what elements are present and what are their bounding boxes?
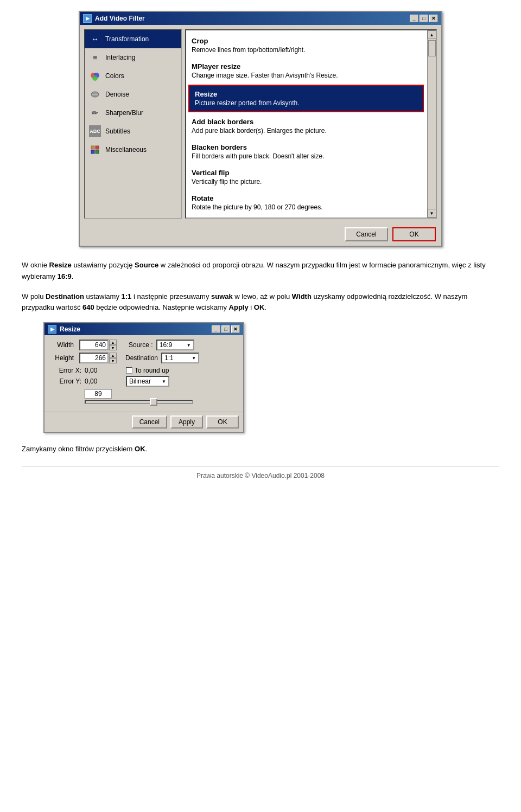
bold-169: 16:9 bbox=[58, 272, 72, 280]
width-spin-down[interactable]: ▼ bbox=[109, 345, 117, 350]
source-arrow-icon: ▼ bbox=[187, 343, 191, 348]
sidebar-item-colors[interactable]: Colors bbox=[85, 67, 181, 85]
dialog-body: ↔ Transformation ≡ Interlacing bbox=[80, 25, 441, 223]
filter-entry-resize[interactable]: Resize Picture resizer ported from Avisy… bbox=[188, 85, 424, 112]
source-dropdown[interactable]: 16:9 ▼ bbox=[156, 340, 194, 350]
svg-rect-6 bbox=[96, 146, 99, 149]
filter-entry-vertical-flip[interactable]: Vertical flip Vertically flip the pictur… bbox=[186, 164, 426, 190]
resize-ok-button[interactable]: OK bbox=[206, 415, 239, 429]
filter-entry-rotate[interactable]: Rotate Rotate the picture by 90, 180 or … bbox=[186, 190, 426, 215]
sidebar-item-denoise[interactable]: Denoise bbox=[85, 85, 181, 104]
bold-ok-2: OK bbox=[254, 303, 265, 311]
width-input[interactable] bbox=[79, 340, 109, 350]
sidebar-item-miscellaneous[interactable]: Miscellaneous bbox=[85, 140, 181, 159]
bold-destination: Destination bbox=[46, 292, 84, 300]
filter-entry-crop[interactable]: Crop Remove lines from top/bottom/left/r… bbox=[186, 33, 426, 58]
sidebar-item-subtitles[interactable]: ABC Subtitles bbox=[85, 122, 181, 140]
bold-1-1: 1:1 bbox=[122, 292, 132, 300]
resize-titlebar-left: ▶ Resize bbox=[48, 325, 80, 334]
bilinear-dropdown[interactable]: Bilinear ▼ bbox=[126, 376, 169, 387]
bilinear-value: Bilinear bbox=[129, 378, 151, 385]
error-x-row: Error X: 0,00 To round up bbox=[49, 367, 239, 374]
resize-close-button[interactable]: ✕ bbox=[231, 325, 240, 333]
error-y-label: Error Y: bbox=[49, 378, 81, 385]
resize-apply-button[interactable]: Apply bbox=[170, 415, 203, 429]
error-y-value: 0,00 bbox=[85, 378, 112, 385]
filter-crop-title: Crop bbox=[192, 37, 421, 45]
round-up-checkbox[interactable] bbox=[126, 367, 132, 374]
filter-rotate-title: Rotate bbox=[192, 194, 421, 202]
height-spin-down[interactable]: ▼ bbox=[109, 358, 117, 363]
sharpen-icon: ✏ bbox=[89, 107, 101, 119]
resize-dialog: ▶ Resize _ □ ✕ Width ▲ ▼ Source bbox=[43, 322, 244, 433]
interlacing-label: Interlacing bbox=[105, 54, 135, 61]
transformation-icon: ↔ bbox=[89, 33, 101, 45]
sharpen-label: Sharpen/Blur bbox=[105, 109, 143, 117]
dialog-title-icon: ▶ bbox=[83, 14, 92, 23]
body-paragraph-1: W oknie Resize ustawiamy pozycję Source … bbox=[22, 260, 499, 283]
height-row: Height ▲ ▼ Destination 1:1 ▼ bbox=[49, 353, 239, 363]
scroll-down-button[interactable]: ▼ bbox=[428, 209, 436, 218]
sidebar-item-interlacing[interactable]: ≡ Interlacing bbox=[85, 48, 181, 67]
filter-vflip-title: Vertical flip bbox=[192, 169, 421, 177]
filter-entry-mplayer-resize[interactable]: MPlayer resize Change image size. Faster… bbox=[186, 58, 426, 84]
filter-content-area[interactable]: Crop Remove lines from top/bottom/left/r… bbox=[185, 29, 437, 219]
scroll-thumb[interactable] bbox=[428, 40, 436, 56]
destination-label: Destination bbox=[122, 354, 158, 362]
destination-value: 1:1 bbox=[164, 354, 174, 362]
slider-value-display: 89 bbox=[85, 389, 112, 399]
ok-button[interactable]: OK bbox=[392, 227, 436, 241]
sidebar-item-transformation[interactable]: ↔ Transformation bbox=[85, 30, 181, 48]
slider-value-row: 89 bbox=[85, 389, 239, 399]
error-x-value: 0,00 bbox=[85, 367, 112, 374]
resize-body: Width ▲ ▼ Source : 16:9 ▼ Height bbox=[45, 335, 243, 412]
transformation-label: Transformation bbox=[105, 35, 149, 43]
maximize-button[interactable]: □ bbox=[420, 15, 428, 22]
svg-rect-7 bbox=[91, 150, 94, 154]
svg-rect-8 bbox=[96, 150, 99, 154]
error-x-label: Error X: bbox=[49, 367, 81, 374]
scrollbar[interactable]: ▲ ▼ bbox=[427, 30, 436, 218]
filter-mplayer-desc: Change image size. Faster than Avisynth'… bbox=[192, 72, 421, 79]
dialog-footer: Cancel OK bbox=[80, 223, 441, 246]
cancel-button[interactable]: Cancel bbox=[345, 227, 388, 241]
page-footer: Prawa autorskie © VideoAudio.pl 2001-200… bbox=[22, 466, 499, 479]
add-video-filter-dialog: ▶ Add Video Filter _ □ ✕ ↔ Transformatio… bbox=[79, 11, 442, 247]
height-spin-up[interactable]: ▲ bbox=[109, 353, 117, 358]
resize-cancel-button[interactable]: Cancel bbox=[132, 415, 167, 429]
filter-resize-desc: Picture resizer ported from Avisynth. bbox=[195, 99, 417, 107]
filter-blacken-borders-title: Blacken borders bbox=[192, 143, 421, 151]
filter-vflip-desc: Vertically flip the picture. bbox=[192, 178, 421, 186]
bold-source: Source bbox=[135, 261, 158, 269]
misc-icon bbox=[89, 144, 101, 156]
denoise-label: Denoise bbox=[105, 91, 129, 98]
bold-apply: Apply bbox=[229, 303, 249, 311]
filter-entry-black-borders[interactable]: Add black borders Add pure black border(… bbox=[186, 113, 426, 139]
resize-maximize-button[interactable]: □ bbox=[221, 325, 230, 333]
colors-icon bbox=[89, 70, 101, 82]
destination-dropdown[interactable]: 1:1 ▼ bbox=[161, 353, 199, 363]
body-paragraph-2: W polu Destination ustawiamy 1:1 i nastę… bbox=[22, 291, 499, 314]
round-up-area: To round up bbox=[126, 367, 169, 374]
filter-mplayer-title: MPlayer resize bbox=[192, 62, 421, 71]
resize-titlebar-controls: _ □ ✕ bbox=[212, 325, 240, 333]
resize-title-icon: ▶ bbox=[48, 325, 56, 334]
misc-label: Miscellaneous bbox=[105, 146, 147, 154]
round-up-label: To round up bbox=[135, 367, 169, 374]
minimize-button[interactable]: _ bbox=[410, 15, 418, 22]
height-input[interactable] bbox=[79, 353, 109, 363]
width-spinners: ▲ ▼ bbox=[109, 340, 117, 350]
width-spin-up[interactable]: ▲ bbox=[109, 340, 117, 345]
source-label: Source : bbox=[125, 341, 153, 349]
titlebar-controls: _ □ ✕ bbox=[410, 15, 438, 22]
close-button[interactable]: ✕ bbox=[429, 15, 438, 22]
sidebar-item-sharpen-blur[interactable]: ✏ Sharpen/Blur bbox=[85, 104, 181, 122]
filter-entry-blacken-borders[interactable]: Blacken borders Fill borders with pure b… bbox=[186, 139, 426, 164]
scroll-up-button[interactable]: ▲ bbox=[428, 30, 436, 39]
colors-label: Colors bbox=[105, 72, 124, 80]
resize-minimize-button[interactable]: _ bbox=[212, 325, 220, 333]
denoise-icon bbox=[89, 88, 101, 100]
source-value: 16:9 bbox=[160, 341, 172, 349]
bold-640: 640 bbox=[82, 303, 94, 311]
slider-thumb[interactable] bbox=[150, 398, 157, 406]
